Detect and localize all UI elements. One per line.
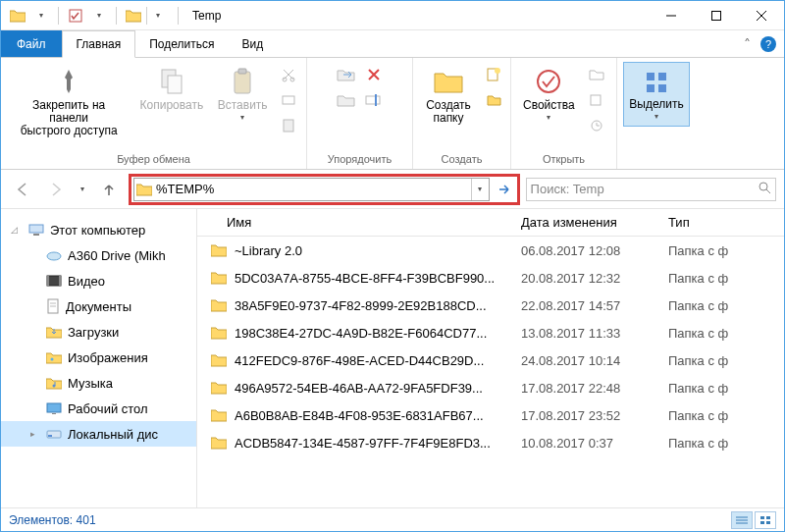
help-icon[interactable]: ? [760,36,776,52]
sidebar-item-video[interactable]: Видео [1,268,196,293]
sidebar-item-music[interactable]: Музыка [1,370,196,396]
new-folder-button[interactable]: Создать папку [419,62,478,127]
maximize-button[interactable] [694,1,739,30]
qat-overflow-icon[interactable]: ▾ [146,7,168,25]
search-box[interactable] [526,178,776,201]
folder-icon [211,408,227,422]
easy-access-icon[interactable] [482,89,505,111]
tab-home[interactable]: Главная [62,30,136,58]
explorer-body: ◿ Этот компьютер A360 Drive (Mikh Видео … [1,209,784,507]
cloud-icon [46,248,62,262]
cut-icon[interactable] [277,64,300,85]
select-button[interactable]: Выделить ▾ [623,62,690,127]
chevron-right-icon[interactable]: ▸ [30,429,35,439]
column-name[interactable]: Имя [197,215,521,230]
status-elements: Элементов: 401 [9,513,96,527]
file-date: 17.08.2017 22:48 [521,381,668,396]
paste-label: Вставить [218,99,268,112]
search-icon[interactable] [758,181,771,197]
sidebar-item-this-pc[interactable]: ◿ Этот компьютер [1,217,196,242]
sidebar-item-downloads[interactable]: Загрузки [1,319,196,345]
column-type[interactable]: Тип [668,215,784,230]
table-row[interactable]: ACDB5847-134E-4587-97FF-7F4F9E8FD3...10.… [197,429,784,456]
tab-view[interactable]: Вид [228,30,277,57]
address-dropdown-icon[interactable]: ▾ [471,179,489,200]
table-row[interactable]: ~Library 2.006.08.2017 12:08Папка с ф [197,237,784,264]
table-row[interactable]: A6B0B8AB-E84B-4F08-953E-6831AFB67...17.0… [197,401,784,429]
svg-rect-47 [766,521,770,524]
pin-label: Закрепить на панели быстрого доступа [13,99,125,138]
sidebar-item-local-disk[interactable]: ▸ Локальный дис [1,421,196,447]
open-icon[interactable] [585,64,608,85]
sidebar-item-desktop[interactable]: Рабочий стол [1,396,196,421]
address-folder-icon [134,183,154,196]
file-type: Папка с ф [668,353,784,368]
column-date[interactable]: Дата изменения [521,215,668,230]
forward-button[interactable] [42,176,70,203]
properties-qat-icon[interactable] [65,5,86,27]
thumbnails-view-toggle[interactable] [755,511,776,529]
tab-file[interactable]: Файл [1,30,62,57]
chevron-icon[interactable]: ◿ [11,225,18,235]
file-type: Папка с ф [668,381,784,396]
ribbon-collapse-icon[interactable]: ˄ [744,36,751,52]
folder2-icon[interactable] [123,5,144,27]
address-bar[interactable]: ▾ [133,178,490,201]
close-button[interactable] [739,1,784,30]
history-icon[interactable] [585,115,608,136]
file-date: 20.08.2017 12:32 [521,271,668,286]
delete-icon[interactable] [362,64,386,85]
svg-rect-13 [366,96,380,104]
qat-dropdown-icon[interactable]: ▾ [30,5,52,27]
file-date: 06.08.2017 12:08 [521,243,668,258]
edit-icon[interactable] [585,89,608,111]
file-name: A6B0B8AB-E84B-4F08-953E-6831AFB67... [235,408,484,423]
table-row[interactable]: 412FEDC9-876F-498E-ACED-D44CB29D...24.08… [197,346,784,374]
sidebar-item-a360[interactable]: A360 Drive (Mikh [1,242,196,268]
title-bar: ▾ ▾ ▾ Temp [1,1,784,30]
folder-icon [211,271,227,285]
paste-shortcut-icon[interactable] [277,115,300,136]
search-input[interactable] [531,182,758,196]
sidebar-item-pictures[interactable]: Изображения [1,345,196,370]
sidebar-item-documents[interactable]: Документы [1,293,196,319]
table-row[interactable]: 496A9572-54EB-46AB-AA72-9FA5FDF39...17.0… [197,374,784,401]
back-button[interactable] [9,176,36,203]
svg-rect-2 [712,11,721,20]
copy-button[interactable]: Копировать [134,62,208,114]
copyto-icon[interactable] [335,89,358,111]
tab-share[interactable]: Поделиться [135,30,228,57]
sidebar-item-label: A360 Drive (Mikh [68,248,166,263]
up-button[interactable] [95,176,123,203]
details-view-toggle[interactable] [731,511,753,529]
organize-group-label: Упорядочить [307,151,412,169]
go-button[interactable] [492,178,517,201]
sidebar-item-label: Загрузки [68,325,119,340]
table-row[interactable]: 198C38E4-27DC-4A9D-B82E-F6064CD77...13.0… [197,319,784,346]
minimize-button[interactable] [649,1,694,30]
file-name: 412FEDC9-876F-498E-ACED-D44CB29D... [235,353,484,368]
rename-icon[interactable] [362,89,386,111]
file-date: 17.08.2017 23:52 [521,408,668,423]
recent-dropdown-icon[interactable]: ▾ [76,176,89,203]
file-type: Папка с ф [668,436,784,451]
folder-icon[interactable] [7,5,28,27]
file-type: Папка с ф [668,408,784,423]
copy-path-icon[interactable] [277,89,300,111]
svg-rect-26 [29,225,43,233]
file-name: ~Library 2.0 [235,243,302,258]
copy-label: Копировать [140,99,204,112]
new-item-icon[interactable] [482,64,505,85]
svg-rect-8 [238,69,246,74]
svg-rect-38 [52,413,56,414]
moveto-icon[interactable] [335,64,358,85]
table-row[interactable]: 38A5F9E0-9737-4F82-8999-2E92B188CD...22.… [197,292,784,319]
qat-drop2-icon[interactable]: ▾ [88,5,110,27]
address-input[interactable] [154,182,471,196]
svg-point-16 [495,68,500,74]
properties-button[interactable]: Свойства ▾ [517,62,581,125]
pin-button[interactable]: Закрепить на панели быстрого доступа [7,62,131,140]
table-row[interactable]: 5DC03A7A-8755-4BCE-8FF4-F39BCBF990...20.… [197,264,784,292]
svg-line-25 [766,189,770,193]
paste-button[interactable]: Вставить ▾ [212,62,273,125]
